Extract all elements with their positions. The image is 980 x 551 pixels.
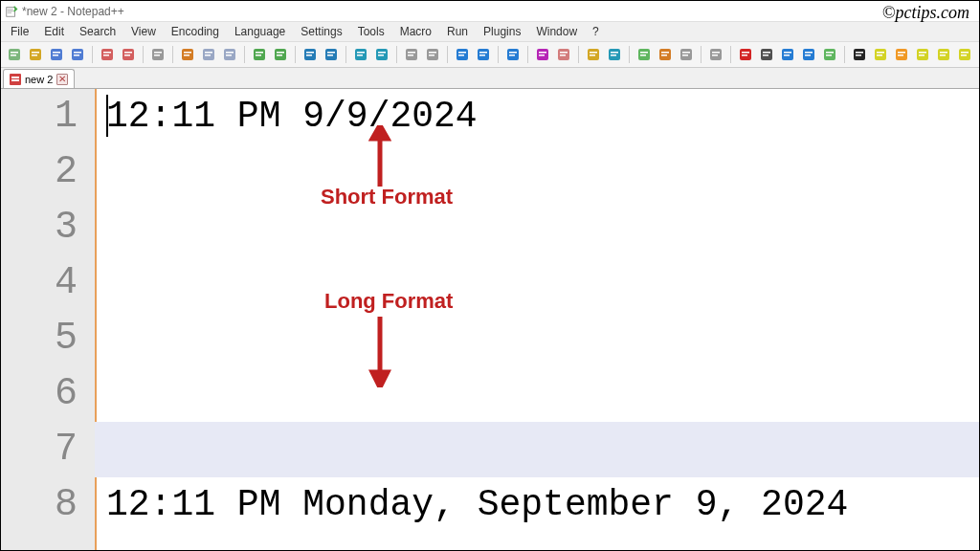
svg-rect-122 — [961, 52, 969, 54]
toolbar-separator — [345, 46, 346, 63]
svg-rect-77 — [611, 52, 618, 54]
play-multi-icon[interactable] — [799, 45, 818, 64]
new-file-icon[interactable] — [5, 45, 24, 64]
menu-file[interactable]: File — [3, 23, 36, 40]
svg-rect-50 — [378, 52, 386, 54]
tab-new2[interactable]: new 2 ✕ — [3, 69, 75, 88]
text-cursor — [106, 95, 108, 137]
paste-icon[interactable] — [220, 45, 239, 64]
indent-guide-icon[interactable] — [503, 45, 523, 64]
code-line-3[interactable] — [95, 200, 979, 255]
code-line-1[interactable]: 12:11 PM 9/9/2024 — [95, 89, 979, 144]
menu-encoding[interactable]: Encoding — [164, 23, 227, 40]
menu-settings[interactable]: Settings — [293, 23, 349, 40]
doc-list-icon[interactable] — [656, 45, 675, 64]
svg-rect-96 — [763, 55, 768, 56]
hex-icon[interactable] — [850, 45, 869, 64]
svg-rect-11 — [53, 52, 60, 54]
code-line-7[interactable] — [95, 422, 979, 477]
undo-icon[interactable] — [250, 45, 269, 64]
code-line-5[interactable] — [95, 311, 979, 366]
svg-rect-86 — [682, 52, 690, 54]
svg-rect-35 — [256, 52, 263, 54]
code-line-2[interactable] — [95, 144, 979, 200]
svg-rect-24 — [154, 55, 160, 56]
svg-rect-104 — [826, 52, 834, 54]
copy-icon[interactable] — [199, 45, 218, 64]
word-wrap-icon[interactable] — [453, 45, 472, 64]
svg-rect-59 — [458, 52, 466, 54]
open-file-icon[interactable] — [26, 45, 45, 64]
menu-run[interactable]: Run — [439, 23, 476, 40]
monitor-icon[interactable] — [605, 45, 624, 64]
replace-icon[interactable] — [322, 45, 341, 64]
toolbar-separator — [701, 46, 702, 63]
close-icon[interactable] — [98, 45, 117, 64]
find-icon[interactable] — [301, 45, 320, 64]
svg-rect-39 — [277, 55, 282, 56]
toolbar-separator — [447, 46, 448, 63]
svg-rect-2 — [8, 11, 13, 11]
svg-rect-0 — [7, 7, 15, 16]
n-badge-icon[interactable] — [892, 45, 911, 64]
save-icon[interactable] — [47, 45, 66, 64]
svg-rect-12 — [53, 55, 58, 56]
doc-map-icon[interactable] — [635, 45, 654, 64]
svg-rect-15 — [74, 55, 79, 56]
code-line-4[interactable] — [95, 255, 979, 311]
l-badge-icon[interactable] — [955, 45, 974, 64]
line-number: 2 — [1, 144, 78, 200]
user-lang-icon[interactable] — [554, 45, 573, 64]
line-number: 6 — [1, 366, 78, 422]
menu-view[interactable]: View — [123, 23, 164, 40]
folder-icon[interactable] — [584, 45, 603, 64]
svg-rect-87 — [682, 55, 688, 56]
o-badge-icon[interactable] — [934, 45, 953, 64]
lang-icon[interactable] — [533, 45, 552, 64]
svg-rect-92 — [742, 52, 749, 54]
svg-rect-83 — [661, 52, 669, 54]
save-macro-icon[interactable] — [820, 45, 839, 64]
cut-icon[interactable] — [178, 45, 197, 64]
menu-help[interactable]: ? — [585, 23, 607, 40]
play-icon[interactable] — [778, 45, 797, 64]
svg-rect-74 — [590, 52, 597, 54]
code-line-6[interactable] — [95, 366, 979, 422]
menu-plugins[interactable]: Plugins — [476, 23, 528, 40]
svg-rect-27 — [184, 55, 189, 56]
tab-label: new 2 — [25, 74, 53, 85]
sync-h-icon[interactable] — [423, 45, 442, 64]
menu-language[interactable]: Language — [227, 23, 293, 40]
sync-v-icon[interactable] — [402, 45, 421, 64]
stop-icon[interactable] — [757, 45, 776, 64]
show-all-icon[interactable] — [474, 45, 493, 64]
menu-search[interactable]: Search — [72, 23, 123, 40]
line-number-gutter: 12345678 — [1, 89, 95, 551]
menu-macro[interactable]: Macro — [392, 23, 439, 40]
svg-rect-62 — [479, 52, 487, 54]
func-list-icon[interactable] — [677, 45, 696, 64]
close-icon[interactable]: ✕ — [56, 74, 68, 85]
line-number: 3 — [1, 200, 78, 255]
zoom-out-icon[interactable] — [372, 45, 391, 64]
print-icon[interactable] — [148, 45, 167, 64]
svg-rect-90 — [712, 55, 718, 56]
titlebar: *new 2 - Notepad++ — [1, 1, 979, 22]
svg-rect-102 — [805, 55, 811, 56]
zoom-in-icon[interactable] — [351, 45, 370, 64]
menu-edit[interactable]: Edit — [36, 23, 72, 40]
save-all-icon[interactable] — [68, 45, 87, 64]
smiley-icon[interactable] — [871, 45, 890, 64]
svg-rect-33 — [226, 55, 232, 56]
redo-icon[interactable] — [271, 45, 290, 64]
code-line-8[interactable]: 12:11 PM Monday, September 9, 2024 — [95, 477, 979, 533]
s-badge-icon[interactable] — [913, 45, 932, 64]
menu-window[interactable]: Window — [528, 23, 585, 40]
close-all-icon[interactable] — [119, 45, 138, 64]
text-content[interactable]: 12:11 PM 9/9/2024 12:11 PM Monday, Septe… — [95, 89, 979, 551]
spell-icon[interactable] — [706, 45, 725, 64]
menubar: FileEditSearchViewEncodingLanguageSettin… — [1, 22, 979, 41]
menu-tools[interactable]: Tools — [350, 23, 392, 40]
record-icon[interactable] — [736, 45, 755, 64]
svg-rect-108 — [856, 55, 861, 56]
